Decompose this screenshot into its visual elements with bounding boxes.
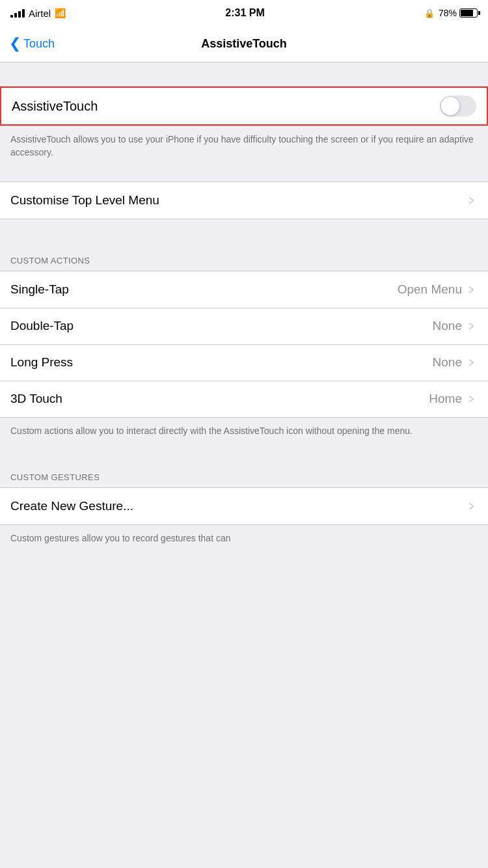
signal-bars [10, 8, 25, 18]
assistivetouch-label: AssistiveTouch [12, 99, 98, 114]
single-tap-label: Single-Tap [10, 282, 69, 297]
battery-percent: 78% [439, 8, 457, 18]
double-tap-row[interactable]: Double-Tap None ﹥ [0, 308, 488, 344]
carrier-label: Airtel [29, 8, 51, 19]
page-title: AssistiveTouch [201, 37, 287, 51]
nav-bar: ❮ Touch AssistiveTouch [0, 26, 488, 62]
long-press-chevron: ﹥ [466, 355, 478, 370]
assistivetouch-toggle[interactable] [440, 96, 476, 116]
customise-menu-section: Customise Top Level Menu ﹥ [0, 182, 488, 219]
create-gesture-label: Create New Gesture... [10, 499, 133, 513]
back-label: Touch [23, 37, 55, 51]
double-tap-label: Double-Tap [10, 319, 74, 333]
wifi-icon: 📶 [55, 8, 66, 18]
double-tap-value: None ﹥ [433, 318, 478, 334]
battery-icon [459, 8, 478, 18]
long-press-value: None ﹥ [433, 355, 478, 370]
custom-gestures-header: CUSTOM GESTURES [0, 459, 488, 487]
toggle-knob [441, 97, 459, 115]
status-time: 2:31 PM [225, 7, 264, 19]
custom-gestures-description: Custom gestures allow you to record gest… [0, 525, 488, 555]
customise-menu-row[interactable]: Customise Top Level Menu ﹥ [0, 182, 488, 219]
custom-actions-header: CUSTOM ACTIONS [0, 243, 488, 271]
3d-touch-value: Home ﹥ [429, 391, 478, 407]
back-button[interactable]: ❮ Touch [9, 37, 55, 51]
double-tap-chevron: ﹥ [466, 318, 478, 334]
assistivetouch-section: AssistiveTouch [0, 86, 488, 126]
status-left: Airtel 📶 [10, 8, 66, 19]
3d-touch-chevron: ﹥ [466, 391, 478, 407]
create-gesture-chevron: ﹥ [466, 498, 478, 514]
assistivetouch-toggle-row: AssistiveTouch [0, 87, 488, 126]
single-tap-value: Open Menu ﹥ [398, 282, 478, 297]
custom-actions-description: Custom actions allow you to interact dir… [0, 418, 488, 448]
assistivetouch-description: AssistiveTouch allows you to use your iP… [0, 126, 488, 170]
gap-2 [0, 219, 488, 243]
customise-menu-label: Customise Top Level Menu [10, 193, 159, 208]
single-tap-row[interactable]: Single-Tap Open Menu ﹥ [0, 271, 488, 308]
custom-gestures-section: Create New Gesture... ﹥ [0, 487, 488, 525]
chevron-right-icon: ﹥ [466, 193, 478, 208]
custom-actions-section: Single-Tap Open Menu ﹥ Double-Tap None ﹥… [0, 271, 488, 418]
battery-fill [461, 10, 473, 16]
gap-1 [0, 170, 488, 182]
lock-icon: 🔒 [424, 8, 435, 18]
top-gap [0, 62, 488, 86]
status-right: 🔒 78% [424, 8, 478, 18]
back-chevron-icon: ❮ [9, 36, 21, 51]
long-press-label: Long Press [10, 355, 73, 370]
3d-touch-label: 3D Touch [10, 392, 62, 406]
single-tap-chevron: ﹥ [466, 282, 478, 297]
long-press-row[interactable]: Long Press None ﹥ [0, 344, 488, 381]
gap-3 [0, 448, 488, 459]
status-bar: Airtel 📶 2:31 PM 🔒 78% [0, 0, 488, 26]
3d-touch-row[interactable]: 3D Touch Home ﹥ [0, 381, 488, 417]
battery-container: 78% [439, 8, 478, 18]
create-gesture-row[interactable]: Create New Gesture... ﹥ [0, 488, 488, 524]
